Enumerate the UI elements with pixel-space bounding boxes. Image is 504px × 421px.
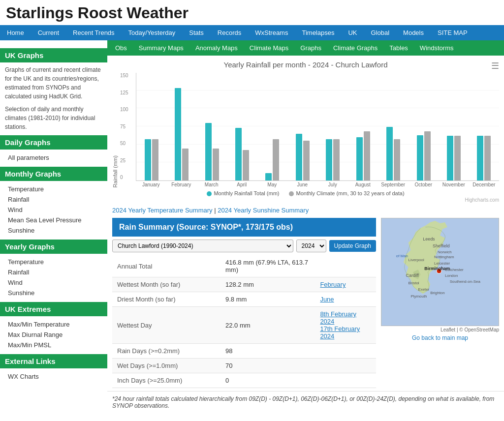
rain-table-row: Inch Days (>=25.0mm)0: [112, 373, 376, 388]
month-group-november: [439, 73, 469, 180]
subnav-windstorms[interactable]: Windstorms: [414, 41, 460, 55]
uk-graphs-title: UK Graphs: [0, 48, 107, 62]
x-label-july: July: [317, 182, 348, 187]
sidebar-link-monthly-sunshine[interactable]: Sunshine: [5, 225, 102, 236]
subnav-anomaly-maps[interactable]: Anomaly Maps: [189, 41, 244, 55]
rain-row-label: Wettest Day: [112, 307, 220, 344]
nav-today-yesterday[interactable]: Today/Yesterday: [122, 25, 183, 40]
sidebar: UK Graphs Graphs of current and recent c…: [0, 40, 107, 413]
nav-recent-trends[interactable]: Recent Trends: [66, 25, 122, 40]
month-group-december: [469, 73, 499, 180]
sidebar-link-yearly-rainfall[interactable]: Rainfall: [5, 267, 102, 277]
sidebar-link-max-min-temp[interactable]: Max/Min Temperature: [5, 319, 102, 330]
bar-actual-october: [417, 135, 423, 180]
chart-wrap: Rainfall (mm) 0 25 50 75 100 125 150: [112, 73, 499, 187]
sidebar-link-all-parameters[interactable]: All parameters: [5, 152, 102, 163]
rain-link[interactable]: 8th February 2024: [320, 310, 356, 325]
map-box: Leeds Sheffield Liverpool Nottingham Lei…: [381, 218, 499, 326]
rain-link[interactable]: June: [320, 296, 334, 303]
rain-row-link: [315, 344, 376, 359]
update-graph-button[interactable]: Update Graph: [329, 240, 376, 252]
legend-climate-label: Monthly Climate (mm, 30 to 32 years of d…: [296, 190, 404, 196]
station-select[interactable]: Church Lawford (1990-2024): [112, 240, 293, 252]
sidebar-link-monthly-mslp[interactable]: Mean Sea Level Pressure: [5, 215, 102, 225]
rain-row-label: Wettest Month (so far): [112, 277, 220, 292]
rain-row-link[interactable]: June: [315, 292, 376, 307]
svg-text:Exeter: Exeter: [418, 287, 429, 292]
rain-link[interactable]: February: [320, 281, 346, 288]
bar-actual-april: [235, 128, 242, 180]
bar-actual-august: [356, 137, 363, 180]
bar-climate-january: [152, 139, 158, 180]
x-label-october: October: [409, 182, 439, 187]
rain-row-value: 0: [220, 373, 315, 388]
subnav-graphs[interactable]: Graphs: [294, 41, 327, 55]
go-back-anchor[interactable]: Go back to main map: [412, 334, 468, 341]
subnav-summary-maps[interactable]: Summary Maps: [133, 41, 189, 55]
site-title: Starlings Roost Weather: [0, 0, 504, 25]
nav-records[interactable]: Records: [211, 25, 248, 40]
svg-text:of Man: of Man: [396, 254, 408, 258]
subnav-obs[interactable]: Obs: [109, 41, 133, 55]
svg-text:Leeds: Leeds: [423, 237, 435, 241]
month-group-october: [409, 73, 439, 180]
subnav-climate-graphs[interactable]: Climate Graphs: [327, 41, 383, 55]
x-label-february: February: [166, 182, 197, 187]
nav-timelapses[interactable]: Timelapses: [295, 25, 341, 40]
map-credit-text: Leaflet | © OpenStreetMap: [441, 327, 499, 332]
main-nav: Home Current Recent Trends Today/Yesterd…: [0, 25, 504, 40]
bar-actual-may: [265, 173, 272, 180]
nav-wxstreams[interactable]: WxStreams: [248, 25, 295, 40]
yearly-sunshine-summary-link[interactable]: 2024 Yearly Sunshine Summary: [218, 207, 309, 214]
nav-models[interactable]: Models: [396, 25, 431, 40]
svg-text:Norwich: Norwich: [438, 250, 452, 254]
bar-climate-june: [303, 141, 310, 180]
uk-graphs-desc2: Selection of daily and monthly climates …: [5, 105, 102, 131]
sidebar-link-monthly-wind[interactable]: Wind: [5, 205, 102, 215]
bar-climate-october: [424, 131, 431, 180]
month-group-june: [287, 73, 317, 180]
sidebar-link-yearly-temperature[interactable]: Temperature: [5, 257, 102, 267]
nav-uk[interactable]: UK: [341, 25, 364, 40]
sidebar-link-monthly-temperature[interactable]: Temperature: [5, 184, 102, 194]
yearly-temp-summary-link[interactable]: 2024 Yearly Temperature Summary: [112, 207, 213, 214]
subnav-tables[interactable]: Tables: [383, 41, 414, 55]
rain-row-link[interactable]: February: [315, 277, 376, 292]
subnav-climate-maps[interactable]: Climate Maps: [244, 41, 294, 55]
month-group-august: [348, 73, 378, 180]
chart-inner: 0 25 50 75 100 125 150 January: [120, 73, 499, 187]
x-label-january: January: [136, 182, 166, 187]
rain-summary-header: Rain Summary (Source: SYNOP*, 173/175 ob…: [112, 218, 376, 237]
rain-row-link[interactable]: 8th February 202417th February 2024: [315, 307, 376, 344]
rain-controls: Church Lawford (1990-2024) 2024 Update G…: [112, 237, 376, 255]
nav-home[interactable]: Home: [0, 25, 31, 40]
rain-summary-wrap: Rain Summary (Source: SYNOP*, 173/175 ob…: [107, 218, 504, 388]
bar-actual-september: [386, 127, 393, 180]
sidebar-link-max-min-pmsl[interactable]: Max/Min PMSL: [5, 340, 102, 350]
nav-global[interactable]: Global: [364, 25, 397, 40]
sidebar-link-wx-charts[interactable]: WX Charts: [5, 371, 102, 382]
rain-table-row: Driest Month (so far)9.8 mmJune: [112, 292, 376, 307]
map-credit: Leaflet | © OpenStreetMap: [381, 326, 499, 332]
nav-sitemap[interactable]: SITE MAP: [431, 25, 474, 40]
sidebar-link-yearly-sunshine[interactable]: Sunshine: [5, 288, 102, 298]
x-label-august: August: [348, 182, 378, 187]
x-label-june: June: [287, 182, 318, 187]
rain-table-row: Annual Total416.8 mm (67.9% LTA, 613.7 m…: [112, 255, 376, 277]
nav-stats[interactable]: Stats: [182, 25, 211, 40]
rain-link[interactable]: 17th February 2024: [320, 325, 360, 340]
x-axis-labels: JanuaryFebruaryMarchAprilMayJuneJulyAugu…: [136, 182, 499, 187]
sidebar-link-monthly-rainfall[interactable]: Rainfall: [5, 194, 102, 205]
sidebar-link-yearly-wind[interactable]: Wind: [5, 277, 102, 288]
svg-text:Bristol: Bristol: [409, 281, 419, 285]
svg-text:Leicester: Leicester: [434, 261, 450, 266]
rain-row-label: Inch Days (>=25.0mm): [112, 373, 220, 388]
chart-menu-icon[interactable]: ☰: [491, 60, 499, 71]
sidebar-link-max-diurnal[interactable]: Max Diurnal Range: [5, 330, 102, 340]
daily-graphs-title: Daily Graphs: [0, 135, 107, 150]
monthly-graphs-title: Monthly Graphs: [0, 167, 107, 181]
year-select[interactable]: 2024: [296, 240, 326, 252]
highcharts-credit: Highcharts.com: [112, 197, 499, 203]
legend-actual-dot: [207, 191, 212, 196]
nav-current[interactable]: Current: [31, 25, 66, 40]
